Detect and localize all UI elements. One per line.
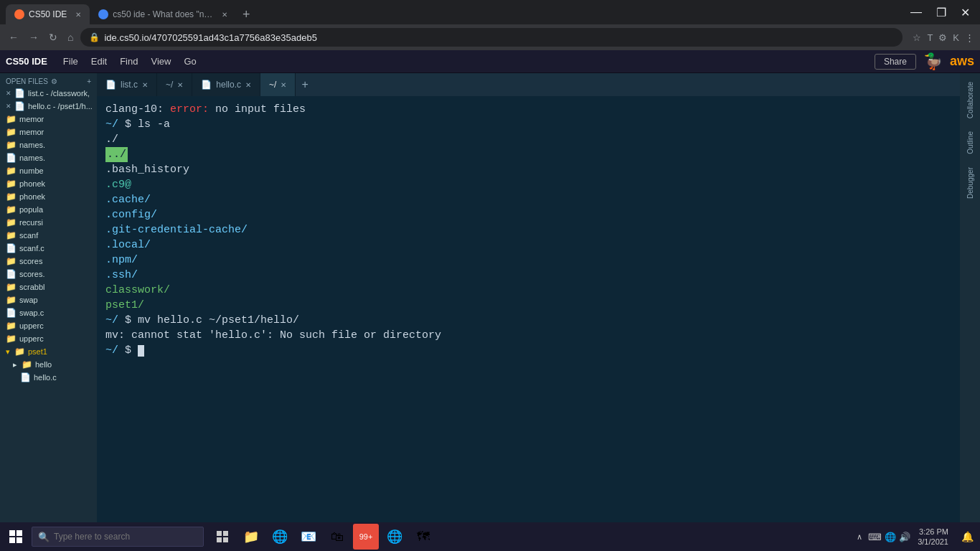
date-display: 3/1/2021	[918, 537, 948, 547]
sidebar-item-scrabbl[interactable]: 📁 scrabbl	[0, 281, 97, 293]
network-icon[interactable]: 🌐	[885, 532, 896, 542]
browser-tab-cs50search[interactable]: cs50 ide - What does "no rule to... ✕	[90, 4, 236, 24]
sidebar-item-upperc2[interactable]: 📁 upperc	[0, 332, 97, 345]
minimize-button[interactable]: —	[906, 4, 926, 20]
git-cred-text: .git-credential-cache/	[105, 224, 248, 236]
terminal-line-ls-prompt: ~/ $ ls -a	[105, 117, 951, 132]
sidebar-item-hello-c[interactable]: 📄 hello.c	[0, 371, 97, 384]
folder-icon: 📁	[6, 204, 17, 215]
sidebar-item-pset1[interactable]: ▾ 📁 pset1	[0, 345, 97, 358]
menu-edit[interactable]: Edit	[85, 53, 113, 70]
translate-icon[interactable]: T	[927, 32, 933, 43]
file-explorer-icon[interactable]: 📁	[238, 524, 264, 550]
share-button[interactable]: Share	[875, 54, 916, 70]
keyboard-icon[interactable]: ⌨	[868, 532, 882, 542]
start-button[interactable]	[3, 524, 29, 550]
sidebar-item-swap-c[interactable]: 📄 swap.c	[0, 306, 97, 319]
sidebar-item-memor1[interactable]: 📁 memor	[0, 113, 97, 126]
sidebar-item-scanf[interactable]: 📁 scanf	[0, 229, 97, 242]
extensions-icon[interactable]: ⚙	[938, 32, 947, 43]
menu-file[interactable]: File	[57, 53, 84, 70]
add-icon[interactable]: +	[87, 77, 91, 85]
taskbar-search-input[interactable]	[54, 532, 197, 542]
sidebar-item-names2[interactable]: 📄 names.	[0, 151, 97, 164]
gear-icon[interactable]: ⚙	[51, 77, 57, 85]
terminal-line-c9: .c9@	[105, 177, 951, 192]
address-box[interactable]: 🔒 ide.cs50.io/4707025591ad43c1a7756a83e3…	[80, 28, 903, 47]
ide-tab-home2[interactable]: ~/ ✕	[260, 73, 296, 96]
close-icon-2[interactable]: ✕	[6, 103, 11, 110]
notification-button[interactable]: 🔔	[957, 524, 977, 550]
sidebar-item-popula[interactable]: 📁 popula	[0, 203, 97, 216]
counter-icon[interactable]: 99+	[353, 524, 379, 550]
sidebar-item-swap[interactable]: 📁 swap	[0, 293, 97, 306]
sidebar-item-upperc1[interactable]: 📁 upperc	[0, 319, 97, 332]
sidebar-item-phonek2[interactable]: 📁 phonek	[0, 190, 97, 203]
close-icon[interactable]: ✕	[6, 90, 11, 97]
debugger-panel-btn[interactable]: Debugger	[963, 161, 977, 204]
mail-icon[interactable]: 📧	[296, 524, 321, 550]
home-button[interactable]: ⌂	[65, 29, 76, 46]
tab-favicon-2	[98, 9, 108, 19]
prompt-tilde-2: ~/	[105, 314, 118, 326]
collaborate-panel-btn[interactable]: Collaborate	[963, 76, 977, 124]
volume-icon[interactable]: 🔊	[899, 532, 910, 542]
right-panels: Collaborate Outline Debugger	[960, 73, 980, 522]
sidebar-item-phonek1[interactable]: 📁 phonek	[0, 177, 97, 190]
ide-tab-close-home1[interactable]: ✕	[177, 81, 183, 89]
tab-close-1[interactable]: ✕	[75, 11, 81, 19]
tab-close-2[interactable]: ✕	[222, 11, 227, 19]
user-icon[interactable]: K	[953, 32, 959, 43]
outline-panel-btn[interactable]: Outline	[963, 126, 977, 160]
forward-button[interactable]: →	[26, 29, 42, 46]
sidebar-item-memor2[interactable]: 📁 memor	[0, 126, 97, 138]
ide-tab-close-home2[interactable]: ✕	[281, 81, 286, 89]
menu-find[interactable]: Find	[114, 53, 143, 70]
ide-tab-hello-c[interactable]: 📄 hello.c ✕	[192, 73, 260, 96]
ide-tab-close-hello-c[interactable]: ✕	[245, 81, 251, 89]
maps-icon[interactable]: 🗺	[410, 524, 436, 550]
svg-rect-3	[17, 537, 22, 543]
svg-rect-5	[223, 531, 228, 536]
time-display: 3:26 PM	[918, 527, 948, 537]
taskbar-clock: 3:26 PM 3/1/2021	[918, 527, 954, 547]
new-ide-tab-button[interactable]: +	[296, 78, 314, 91]
sidebar-open-file-hello-c[interactable]: ✕ 📄 hello.c - /pset1/h...	[0, 100, 97, 113]
taskbar-search-box[interactable]: 🔍	[32, 527, 204, 547]
new-tab-button[interactable]: +	[236, 4, 256, 24]
sidebar-item-names1[interactable]: 📁 names.	[0, 138, 97, 151]
sidebar-item-scores[interactable]: 📁 scores	[0, 255, 97, 268]
ide-tab-close-list-c[interactable]: ✕	[142, 81, 148, 89]
more-icon[interactable]: ⋮	[965, 32, 974, 43]
menu-view[interactable]: View	[145, 53, 176, 70]
close-button[interactable]: ✕	[956, 4, 974, 21]
ide-tab-list-c[interactable]: 📄 list.c ✕	[97, 73, 157, 96]
sidebar-open-file-list-c[interactable]: ✕ 📄 list.c - /classwork,	[0, 87, 97, 100]
task-view-button[interactable]	[209, 524, 235, 550]
edge-icon[interactable]: 🌐	[382, 524, 407, 550]
prompt-dollar-1: $	[118, 118, 138, 131]
c9-text: .c9@	[105, 179, 131, 191]
hidden-icons-button[interactable]: ∧	[854, 532, 865, 542]
back-button[interactable]: ←	[6, 29, 22, 46]
sidebar-item-hello-folder[interactable]: ▸ 📁 hello	[0, 358, 97, 371]
sidebar-item-numbe[interactable]: 📁 numbe	[0, 164, 97, 177]
sidebar-item-recursi[interactable]: 📁 recursi	[0, 216, 97, 229]
folder-icon: 📁	[6, 114, 17, 124]
terminal-area[interactable]: clang-10: error: no input files ~/ $ ls …	[97, 96, 960, 522]
terminal-line-final-prompt: ~/ $	[105, 343, 951, 358]
expand-icon: ▾	[6, 347, 10, 357]
svg-rect-4	[217, 531, 222, 536]
browser-icon[interactable]: 🌐	[267, 524, 293, 550]
menu-go[interactable]: Go	[178, 53, 202, 70]
reload-button[interactable]: ↻	[46, 29, 60, 46]
hello-folder-label: hello	[35, 360, 52, 369]
ide-tab-home1[interactable]: ~/ ✕	[157, 73, 192, 96]
browser-tab-cs50ide[interactable]: CS50 IDE ✕	[6, 4, 90, 24]
prompt-dollar-3: $	[118, 344, 138, 357]
restore-button[interactable]: ❐	[932, 4, 951, 21]
store-icon[interactable]: 🛍	[324, 524, 350, 550]
sidebar-item-scanf-c[interactable]: 📄 scanf.c	[0, 242, 97, 255]
sidebar-item-scores-c[interactable]: 📄 scores.	[0, 268, 97, 281]
star-icon[interactable]: ☆	[913, 32, 921, 43]
